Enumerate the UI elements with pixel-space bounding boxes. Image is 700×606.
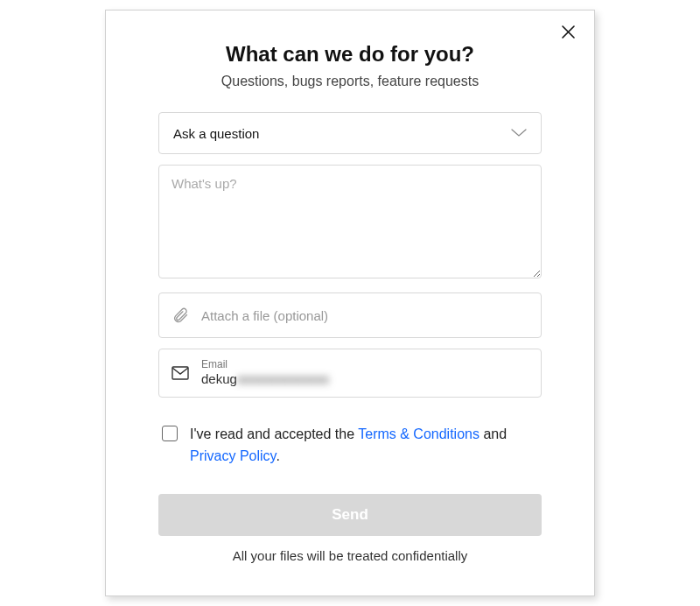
email-input[interactable]: dekugxxxxxxxxxxxxxx [201,370,528,388]
terms-link[interactable]: Terms & Conditions [358,426,480,441]
modal-header: What can we do for you? Questions, bugs … [158,42,542,89]
message-textarea[interactable] [158,165,542,278]
email-label: Email [201,358,528,370]
send-button[interactable]: Send [158,494,542,536]
modal-title: What can we do for you? [158,42,542,67]
chevron-down-icon [511,129,527,137]
consent-row: I've read and accepted the Terms & Condi… [158,424,542,468]
svg-rect-0 [172,367,188,379]
topic-select-value: Ask a question [173,126,259,141]
contact-modal: What can we do for you? Questions, bugs … [105,10,595,596]
privacy-link[interactable]: Privacy Policy [190,448,276,463]
consent-text: I've read and accepted the Terms & Condi… [190,424,538,468]
topic-select[interactable]: Ask a question [158,112,542,154]
footer-note: All your files will be treated confident… [158,548,542,563]
email-field-wrap[interactable]: Email dekugxxxxxxxxxxxxxx [158,349,542,398]
consent-checkbox[interactable] [162,426,178,441]
close-button[interactable] [559,25,577,42]
attach-file-button[interactable]: Attach a file (optional) [158,292,542,338]
envelope-icon [172,366,189,380]
modal-subtitle: Questions, bugs reports, feature request… [158,74,542,89]
attach-label: Attach a file (optional) [201,308,328,323]
close-icon [562,25,575,41]
paperclip-icon [172,307,189,324]
